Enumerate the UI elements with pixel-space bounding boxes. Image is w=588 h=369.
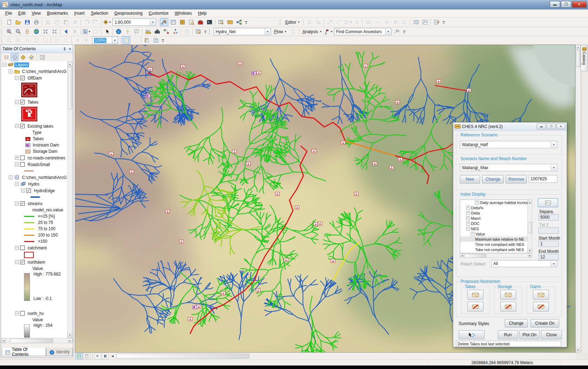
search-window-button[interactable] [187,18,195,26]
txt2-field[interactable] [539,227,559,234]
expander-icon[interactable]: + [475,201,479,204]
index-tree-item[interactable]: −NES [460,226,528,231]
change-layout-button[interactable] [142,36,151,44]
toolbar-overflow-button[interactable]: ▬▼ [161,37,165,44]
data-view-button[interactable] [76,353,83,359]
toc-horizontal-scrollbar[interactable]: ◄ ► [1,338,73,343]
checkbox[interactable] [20,311,25,316]
expander-icon[interactable]: − [15,202,19,205]
expander-icon[interactable]: − [15,100,19,104]
expander-icon[interactable]: − [15,124,19,128]
index-tree-item[interactable]: Time not compliant with NES [460,242,528,247]
toggle-draft-mode-button[interactable] [122,36,130,44]
checkbox[interactable]: ✓ [26,188,31,193]
index-tree-item[interactable]: +Delta [460,210,528,216]
map-vertical-scrollbar[interactable]: ▲ ▼ [575,45,581,353]
separa-field[interactable]: 5000 [539,214,559,220]
list-by-visibility-button[interactable] [19,53,27,61]
print-button[interactable] [32,18,40,26]
delete-dams-button[interactable] [533,302,549,311]
index-tree-hscrollbar[interactable]: ◄ ► [460,253,532,258]
toc-layer-c-ches-northland-arcg[interactable]: −C:\ches_northland\ArcG [1,68,67,75]
select-features-button[interactable]: ▼ [82,28,91,36]
chevron-down-icon[interactable]: ▼ [112,37,117,43]
layout-view-button[interactable] [83,353,90,359]
chevron-down-icon[interactable]: ▼ [551,165,557,171]
list-by-source-button[interactable] [11,53,18,61]
chevron-down-icon[interactable]: ▼ [551,142,557,148]
attributes-window-button[interactable] [412,18,420,26]
open-map-button[interactable] [14,18,22,26]
checkbox[interactable]: ✓ [20,124,25,128]
toolbar-overflow-button[interactable]: ▬▼ [203,28,207,35]
map-horizontal-scrollbar[interactable] [116,354,249,359]
select-takes-tool-button[interactable] [459,330,485,339]
ches-tool-button[interactable] [226,18,234,26]
arctoolbox-button[interactable] [196,18,204,26]
full-extent-button[interactable] [32,28,40,36]
index-tree-item[interactable]: Take not compliant with NES [460,247,528,252]
close-dialog-button[interactable]: Close [541,330,562,339]
minimize-button[interactable]: ▬ [550,1,560,8]
save-map-button[interactable] [23,18,31,26]
new-button[interactable]: New [460,175,480,183]
measure-button[interactable] [144,28,152,36]
pause-drawing-button[interactable] [102,353,109,359]
summary-create-button[interactable]: Create On [531,319,559,327]
close-button[interactable]: ✕ [572,1,587,8]
tab-identify[interactable]: iIdentify [46,348,73,356]
refresh-view-button[interactable]: ↻ [94,353,101,359]
toc-close-icon[interactable]: ✕ [69,47,71,51]
create-viewer-window-button[interactable] [194,28,202,36]
toc-layer-takes[interactable]: −✓Takes [1,99,67,105]
expander-icon[interactable]: − [15,163,19,166]
scenario-name-combo[interactable]: Waitangi_Max ▼ [460,164,557,171]
checkbox[interactable] [20,162,25,167]
menu-geoprocessing[interactable]: Geoprocessing [111,10,146,16]
editor-menu[interactable]: Editor▼ [283,19,302,25]
reach-number-field[interactable]: 1007625 [529,175,557,183]
data-driven-pages-button[interactable] [152,36,160,44]
checkbox[interactable]: ✓ [20,76,25,80]
reference-scenario-combo[interactable]: Waitangi_Half ▼ [460,141,557,148]
pin-icon[interactable] [63,47,67,51]
edit-vertices-tool-button[interactable] [160,18,168,26]
flow-menu[interactable]: Flow▼ [272,29,289,35]
expander-icon[interactable]: − [15,260,19,264]
map-scale-combo[interactable]: 1:80,000▼ [113,18,156,26]
dialog-close-button[interactable]: ✕ [556,123,565,129]
sketch-properties-button[interactable] [432,18,441,26]
checkbox[interactable] [20,156,25,160]
find-route-button[interactable] [162,28,170,36]
chevron-down-icon[interactable]: ▼ [265,29,270,35]
toc-layer-layers[interactable]: −Layers [1,61,67,68]
menu-customize[interactable]: Customize [146,10,172,16]
index-tree-item[interactable]: +Delta% [460,205,528,210]
checkbox[interactable]: ✓ [20,100,25,104]
schematics-button[interactable] [235,18,243,26]
new-map-button[interactable] [5,18,13,26]
add-storage-button[interactable] [500,290,516,300]
reach-select-combo[interactable]: All ▼ [491,260,557,267]
delete-takes-button[interactable] [467,302,483,311]
menu-edit[interactable]: Edit [15,10,29,16]
tab-table-of-contents[interactable]: Table Of Contents [2,348,46,356]
expander-icon[interactable]: − [2,63,6,67]
network-dataset-combo[interactable]: Hydro_Net▼ [214,28,271,35]
index-tree-item[interactable]: +DOC [460,221,528,226]
identify-button[interactable]: i [114,28,123,36]
menu-view[interactable]: View [29,10,44,16]
expander-icon[interactable]: − [15,311,19,315]
toc-layer-hydro[interactable]: −Hydro [1,181,67,187]
expander-icon[interactable]: − [15,76,19,80]
expander-icon[interactable]: − [21,189,25,193]
summary-change-button[interactable]: Change [505,319,528,327]
menu-help[interactable]: Help [195,10,210,16]
toc-layer-hydroedge[interactable]: −✓HydroEdge [1,187,67,194]
toc-layer-catchment[interactable]: −catchment [1,244,67,251]
catalog-tab[interactable]: Catalog [581,45,588,71]
map-scroll-left-button[interactable]: ◄ [109,353,116,359]
menu-windows[interactable]: Windows [172,10,195,16]
chevron-down-icon[interactable]: ▼ [385,29,391,35]
delete-storage-button[interactable] [500,302,516,311]
